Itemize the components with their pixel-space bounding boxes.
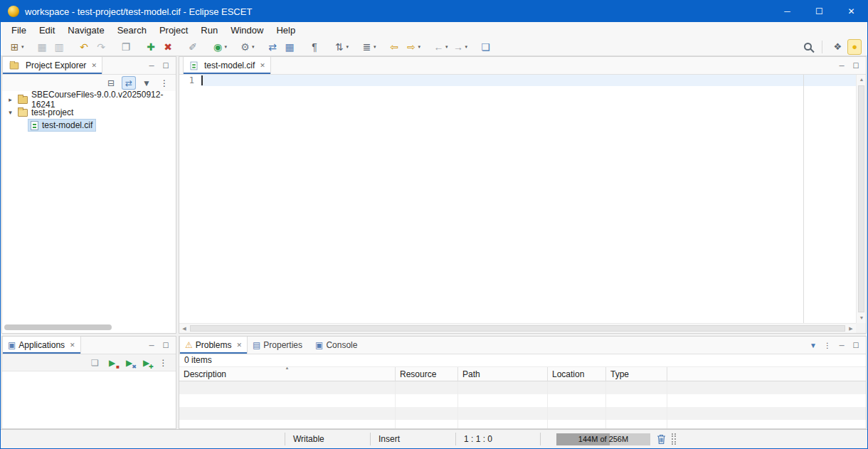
line-number-gutter: 1 (179, 75, 201, 323)
link-with-editor-button[interactable]: ⇄ (122, 76, 136, 90)
badge-icon: ✖ (132, 364, 137, 370)
scroll-up-icon[interactable] (857, 75, 867, 85)
maximize-editor-button[interactable]: ☐ (849, 59, 863, 73)
tree-item-sbecoursefiles[interactable]: ▸ SBECourseFiles-9.0.0.v20250912-16241 (2, 93, 176, 106)
filter-button[interactable]: ▼ (139, 76, 154, 90)
scrollbar-thumb[interactable] (4, 324, 112, 330)
column-location[interactable]: ▲ Location (548, 367, 606, 381)
tree-item-test-model[interactable]: test-model.cif (2, 119, 176, 132)
tree-item-content[interactable]: test-model.cif (28, 120, 95, 131)
tools-button[interactable]: ⚙ ▾ (237, 39, 257, 55)
column-description[interactable]: ▲ Description (179, 367, 396, 381)
menu-window[interactable]: Window (224, 23, 270, 37)
auto-remove-button[interactable]: ▶ ✚ (139, 356, 153, 369)
tab-applications[interactable]: ▣ Applications ✕ (2, 337, 81, 354)
scrollbar-thumb[interactable] (858, 85, 864, 312)
remove-element-button[interactable]: ✖ (160, 39, 177, 55)
show-all-applications-button[interactable]: ❏ (88, 356, 102, 369)
project-explorer-hscrollbar[interactable] (4, 322, 174, 332)
close-tab-icon[interactable]: ✕ (260, 62, 265, 69)
remove-terminated-button[interactable]: ▶ ✖ (122, 356, 136, 369)
open-new-view-button[interactable]: ❏ (477, 39, 494, 55)
filter-button[interactable]: ▼ (806, 339, 820, 352)
check-model-button[interactable]: ◉ ▾ (210, 39, 230, 55)
minimize-view-button[interactable]: ─ (144, 339, 159, 352)
menu-edit[interactable]: Edit (33, 23, 61, 37)
terminate-all-button[interactable]: ▶ ■ (105, 356, 119, 369)
open-perspective-button[interactable]: ❖ (830, 39, 845, 55)
menu-help[interactable]: Help (270, 23, 302, 37)
minimize-window-button[interactable]: ─ (771, 1, 803, 22)
new-wizard-button[interactable]: ⊞ ▾ (6, 39, 26, 55)
view-menu-button[interactable]: ⋮ (820, 339, 835, 352)
tab-project-explorer[interactable]: Project Explorer ✕ (2, 57, 102, 74)
scroll-left-icon[interactable] (179, 324, 189, 334)
applications-list (2, 371, 176, 428)
collapse-all-button[interactable]: ⊟ (104, 76, 118, 90)
scrollbar-thumb[interactable] (190, 325, 845, 332)
copy-button[interactable]: ❐ (118, 39, 135, 55)
close-tab-icon[interactable]: ✕ (236, 342, 242, 349)
view-menu-button[interactable]: ⋮ (157, 76, 171, 90)
run-garbage-collector-button[interactable] (657, 434, 666, 445)
maximize-window-button[interactable]: ☐ (803, 1, 835, 22)
search-icon[interactable] (804, 43, 812, 51)
sort-button[interactable]: ⇅ ▾ (332, 39, 351, 55)
minimize-view-button[interactable]: ─ (835, 339, 849, 352)
menu-project[interactable]: Project (153, 23, 194, 37)
column-gridline (548, 381, 606, 428)
editor-hscrollbar[interactable] (179, 323, 856, 333)
tree-expander-icon[interactable]: ▸ (5, 96, 16, 103)
menu-navigate[interactable]: Navigate (61, 23, 110, 37)
save-button[interactable]: ▦ (34, 39, 51, 55)
undo-button[interactable]: ↶ (76, 39, 93, 55)
column-path[interactable]: ▲ Path (458, 367, 548, 381)
tabrow-spacer (365, 337, 806, 354)
editor-text-area[interactable] (201, 75, 856, 323)
tree-item-content[interactable]: test-project (16, 107, 76, 118)
statusbar-grip[interactable] (672, 433, 676, 445)
back-button[interactable]: ← ▾ (430, 39, 450, 55)
redo-button[interactable]: ↷ (93, 39, 110, 55)
maximize-view-button[interactable]: ☐ (159, 339, 173, 352)
tab-test-model-cif[interactable]: test-model.cif ✕ (183, 57, 271, 74)
annotations-button[interactable]: ≣ ▾ (359, 39, 379, 55)
tab-properties[interactable]: ▤ Properties (248, 337, 310, 354)
minimize-view-button[interactable]: ─ (144, 59, 159, 73)
close-window-button[interactable]: ✕ (835, 1, 867, 22)
forward-button[interactable]: → ▾ (450, 39, 470, 55)
dropdown-arrow-icon: ▾ (346, 44, 349, 50)
show-whitespace-button[interactable]: ¶ (307, 39, 324, 55)
save-all-button[interactable]: ▥ (51, 39, 68, 55)
menu-file[interactable]: File (5, 23, 33, 37)
maximize-view-button[interactable]: ☐ (159, 59, 173, 73)
status-insert-mode: Insert (370, 433, 455, 445)
next-edit-location-button[interactable]: ⇨ ▾ (403, 39, 423, 55)
project-tree: ▸ SBECourseFiles-9.0.0.v20250912-16241 ▾… (2, 91, 176, 322)
menu-run[interactable]: Run (194, 23, 224, 37)
column-resource[interactable]: ▲ Resource (396, 367, 458, 381)
maximize-view-button[interactable]: ☐ (849, 339, 863, 352)
minimize-editor-button[interactable]: ─ (835, 59, 849, 73)
escet-perspective-button[interactable]: ● (847, 39, 862, 55)
problems-view: ⚠ Problems ✕ ▤ Properties ▣ (179, 336, 867, 429)
menu-search[interactable]: Search (111, 23, 153, 37)
table-view-button[interactable]: ▦ (282, 39, 299, 55)
scroll-right-icon[interactable] (846, 324, 856, 334)
tab-console[interactable]: ▣ Console (310, 337, 365, 354)
view-menu-button[interactable]: ⋮ (157, 356, 170, 369)
column-gridline (179, 381, 396, 428)
close-tab-icon[interactable]: ✕ (70, 342, 75, 349)
previous-edit-location-button[interactable]: ⇦ (386, 39, 403, 55)
editor-vscrollbar[interactable] (856, 75, 866, 323)
tree-expander-icon[interactable]: ▾ (5, 109, 16, 116)
synchronize-button[interactable]: ⇄ (265, 39, 282, 55)
window-title: workspace - test-project/test-model.cif … (25, 6, 252, 17)
add-element-button[interactable]: ✚ (143, 39, 160, 55)
column-type[interactable]: ▲ Type (606, 367, 667, 381)
close-tab-icon[interactable]: ✕ (91, 62, 97, 69)
tab-problems[interactable]: ⚠ Problems ✕ (179, 337, 248, 354)
project-explorer-icon (10, 62, 19, 69)
format-button[interactable]: ✐ (185, 39, 202, 55)
scroll-down-icon[interactable] (857, 313, 867, 323)
